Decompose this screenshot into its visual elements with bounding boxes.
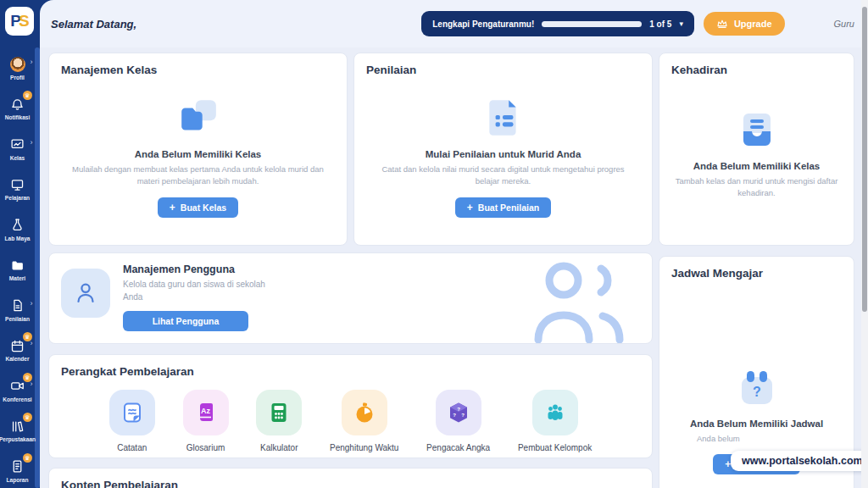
timer-icon xyxy=(353,401,376,424)
tool-catatan[interactable]: Catatan xyxy=(109,390,155,452)
tool-glosarium[interactable]: Az Glosarium xyxy=(183,390,229,452)
empty-state-title: Anda Belum Memiliki Kelas xyxy=(693,161,821,171)
sidebar-item-notifikasi[interactable]: ♛ Notifikasi xyxy=(0,89,35,130)
tool-label: Glosarium xyxy=(186,443,225,452)
sidebar-label: Laporan xyxy=(6,477,28,483)
app-root: P S › Profil ♛ Notifikasi › xyxy=(0,0,868,488)
folder-empty-icon xyxy=(177,97,220,139)
card-title: Manajemen Kelas xyxy=(61,64,335,76)
sidebar-label: Konferensi xyxy=(3,396,31,402)
card-manajemen-kelas: Manajemen Kelas Anda Belum Memiliki Kela… xyxy=(48,53,348,246)
sidebar-item-laporan[interactable]: ♛ Laporan xyxy=(0,451,35,488)
page-scrollbar[interactable] xyxy=(861,0,868,488)
tool-penghitung-waktu[interactable]: Penghitung Waktu xyxy=(330,390,398,452)
buat-kelas-button[interactable]: + Buat Kelas xyxy=(158,197,238,218)
sidebar-label: Notifikasi xyxy=(5,114,31,120)
button-label: Lihat Pengguna xyxy=(153,316,220,326)
empty-state-desc: Catat dan kelola nilai murid secara digi… xyxy=(370,164,637,188)
people-illustration xyxy=(526,257,628,344)
monitor-icon xyxy=(10,178,25,192)
note-icon xyxy=(120,401,144,424)
sidebar-item-pelajaran[interactable]: Pelajaran xyxy=(0,169,35,210)
dice-icon: ? ? ? xyxy=(447,401,470,424)
card-title: Konten Pembelajaran xyxy=(61,479,640,488)
empty-state-desc: Anda belum xyxy=(697,433,740,445)
chevron-right-icon: › xyxy=(31,58,33,66)
books-icon xyxy=(10,419,25,434)
sidebar-label: Kelas xyxy=(10,155,25,161)
sidebar-label: Materi xyxy=(9,275,25,281)
empty-state-title: Anda Belum Memiliki Kelas xyxy=(135,149,262,159)
tool-label: Pembuat Kelompok xyxy=(518,443,592,452)
sidebar: P S › Profil ♛ Notifikasi › xyxy=(0,0,40,488)
video-camera-icon xyxy=(10,379,25,393)
portal-sekolah-logo[interactable]: P S xyxy=(5,7,34,36)
sidebar-item-konferensi[interactable]: ♛ › Konferensi xyxy=(0,370,35,411)
lihat-pengguna-button[interactable]: Lihat Pengguna xyxy=(123,311,248,331)
empty-state-desc: Tambah kelas dan murid untuk mengisi daf… xyxy=(674,175,839,200)
sidebar-label: Penilaian xyxy=(5,316,30,322)
svg-text:?: ? xyxy=(753,385,761,399)
sidebar-item-penilaian[interactable]: › Penilaian xyxy=(0,290,35,330)
flask-icon xyxy=(10,218,25,232)
calendar-icon xyxy=(10,339,25,353)
plus-icon: + xyxy=(467,202,473,213)
section-title: Manajemen Pengguna xyxy=(123,263,267,275)
logo-letter-s: S xyxy=(19,12,29,30)
empty-state-desc: Mulailah dengan membuat kelas pertama An… xyxy=(69,164,327,188)
sidebar-label: Lab Maya xyxy=(4,236,30,241)
setup-progress-pill[interactable]: Lengkapi Pengaturanmu! 1 of 5 ▾ xyxy=(421,11,694,36)
user-role-text: Guru xyxy=(834,19,854,29)
setup-label: Lengkapi Pengaturanmu! xyxy=(432,19,534,29)
tool-pengacak-angka[interactable]: ? ? ? Pengacak Angka xyxy=(426,390,490,452)
card-kehadiran: Kehadiran Anda Belum Memiliki Kelas Tamb… xyxy=(659,53,854,246)
sidebar-label: Profil xyxy=(10,75,25,80)
sidebar-item-kalender[interactable]: ♛ › Kalender xyxy=(0,330,35,371)
tool-label: Pengacak Angka xyxy=(426,443,490,452)
report-icon xyxy=(10,459,25,474)
schedule-question-icon: ? xyxy=(737,368,777,408)
sidebar-item-perpustakaan[interactable]: ♛ Perpustakaan xyxy=(0,411,35,452)
premium-crown-badge: ♛ xyxy=(23,91,32,100)
sidebar-label: Perpustakaan xyxy=(0,436,36,442)
setup-progress-track xyxy=(542,21,642,27)
card-title: Perangkat Pembelajaran xyxy=(61,365,640,378)
attendance-inbox-icon xyxy=(737,110,777,151)
scrollbar-thumb[interactable] xyxy=(862,7,867,312)
card-konten-pembelajaran: Konten Pembelajaran xyxy=(48,468,653,488)
premium-crown-badge: ♛ xyxy=(23,453,32,463)
upgrade-button[interactable]: Upgrade xyxy=(704,12,785,36)
chevron-down-icon[interactable]: ▾ xyxy=(679,19,683,28)
svg-text:?: ? xyxy=(461,413,465,418)
user-avatar xyxy=(10,57,25,72)
classroom-icon xyxy=(10,137,25,152)
sidebar-item-materi[interactable]: Materi xyxy=(0,250,35,291)
sidebar-label: Pelajaran xyxy=(5,195,30,201)
group-people-icon xyxy=(543,401,567,424)
card-title: Kehadiran xyxy=(671,64,842,76)
tool-kalkulator[interactable]: Kalkulator xyxy=(256,390,302,452)
empty-state-title: Mulai Penilaian untuk Murid Anda xyxy=(426,149,581,159)
folder-icon xyxy=(10,258,25,273)
glossary-book-icon: Az xyxy=(194,401,218,424)
button-label: Buat Kelas xyxy=(181,202,226,213)
tool-pembuat-kelompok[interactable]: Pembuat Kelompok xyxy=(518,390,592,452)
sidebar-label: Kalender xyxy=(5,356,29,362)
premium-crown-badge: ♛ xyxy=(23,413,32,422)
tool-label: Catatan xyxy=(117,443,147,452)
sidebar-item-kelas[interactable]: › Kelas xyxy=(0,129,35,169)
sidebar-item-lab-maya[interactable]: Lab Maya xyxy=(0,209,35,250)
svg-text:?: ? xyxy=(453,413,456,418)
button-label: Buat Penilaian xyxy=(478,202,539,213)
buat-penilaian-button[interactable]: + Buat Penilaian xyxy=(455,197,551,218)
empty-state-title: Anda Belum Memiliki Jadwal xyxy=(690,419,823,429)
sidebar-nav: › Profil ♛ Notifikasi › Kelas xyxy=(0,48,35,488)
document-icon xyxy=(10,298,25,313)
sidebar-item-profil[interactable]: › Profil xyxy=(0,48,35,89)
setup-progress-count: 1 of 5 xyxy=(649,19,671,29)
top-header: Selamat Datang, Lengkapi Pengaturanmu! 1… xyxy=(40,0,868,47)
greeting-text: Selamat Datang, xyxy=(51,18,136,30)
chevron-right-icon: › xyxy=(31,139,33,147)
watermark-badge: www.portalsekolah.com xyxy=(731,451,868,471)
card-manajemen-pengguna: Manajemen Pengguna Kelola data guru dan … xyxy=(48,252,653,344)
